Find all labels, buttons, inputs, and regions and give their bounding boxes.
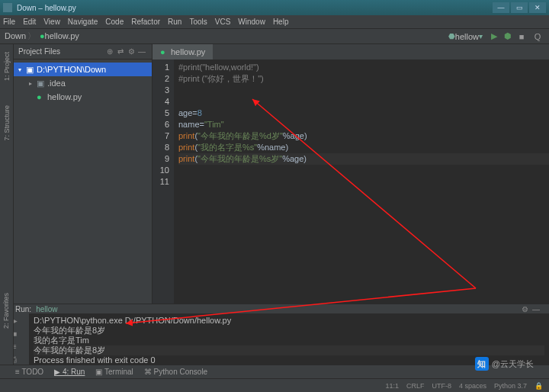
run-config-selector[interactable]: ⬣ hellow ▾: [448, 32, 483, 41]
status-position[interactable]: 11:1: [385, 382, 399, 390]
menu-navigate[interactable]: Navigate: [68, 18, 98, 26]
title-bar: Down – hellow.py — ▭ ✕: [0, 0, 549, 15]
sidebar-tab-project[interactable]: 1: Project: [3, 47, 11, 85]
menu-view[interactable]: View: [43, 18, 60, 26]
tool-python-console[interactable]: ⌘ Python Console: [144, 368, 207, 376]
watermark: 知 @云天学长: [475, 357, 534, 371]
locate-icon[interactable]: ⊕: [104, 47, 115, 56]
run-config-name: hellow: [36, 305, 57, 313]
tool-todo[interactable]: ≡ TODO: [15, 368, 43, 376]
menu-file[interactable]: File: [3, 18, 15, 26]
menu-run[interactable]: Run: [168, 18, 181, 26]
tree-folder-idea[interactable]: ▸▣ .idea: [14, 76, 152, 90]
zhihu-logo-icon: 知: [475, 357, 489, 371]
menu-edit[interactable]: Edit: [23, 18, 36, 26]
menu-refactor[interactable]: Refactor: [131, 18, 160, 26]
left-tool-gutter: 1: Project 7: Structure: [0, 44, 14, 304]
status-line-sep[interactable]: CRLF: [406, 382, 425, 390]
tree-file-hellow[interactable]: ● hellow.py: [14, 90, 152, 104]
stop-button[interactable]: ■: [515, 31, 528, 43]
search-icon[interactable]: Q: [531, 31, 544, 43]
menu-bar: File Edit View Navigate Code Refactor Ru…: [0, 15, 549, 29]
minimize-button[interactable]: —: [493, 2, 509, 13]
hide-icon[interactable]: —: [136, 47, 147, 56]
run-button[interactable]: ▶: [488, 31, 500, 43]
run-gear-icon[interactable]: ⚙: [522, 305, 532, 313]
sidebar-tab-structure[interactable]: 7: Structure: [3, 101, 11, 146]
menu-window[interactable]: Window: [238, 18, 265, 26]
window-title: Down – hellow.py: [17, 4, 493, 12]
app-logo-icon: [3, 3, 12, 12]
code-editor[interactable]: 1234567891011 #print("hellow,world!") #p…: [152, 59, 549, 304]
run-label: Run:: [15, 305, 31, 313]
close-button[interactable]: ✕: [529, 2, 546, 13]
line-gutter: 1234567891011: [152, 59, 174, 304]
tool-run[interactable]: ▶ 4: Run: [54, 368, 85, 376]
editor-area: ●hellow.py 1234567891011 #print("hellow,…: [152, 44, 549, 304]
navigation-bar: Down〉 ●hellow.py ⬣ hellow ▾ ▶ ⬢ ■ Q: [0, 29, 549, 44]
run-hide-icon[interactable]: —: [532, 305, 543, 313]
sidebar-tab-favorites[interactable]: 2: Favorites: [0, 288, 12, 333]
menu-help[interactable]: Help: [273, 18, 289, 26]
project-pane-title[interactable]: Project Files: [18, 47, 104, 56]
lock-icon[interactable]: 🔒: [535, 382, 543, 390]
status-indent[interactable]: 4 spaces: [459, 382, 486, 390]
maximize-button[interactable]: ▭: [511, 2, 528, 13]
status-interpreter[interactable]: Python 3.7: [494, 382, 527, 390]
gear-icon[interactable]: ⚙: [126, 47, 136, 56]
breadcrumb[interactable]: Down〉 ●hellow.py: [5, 31, 79, 42]
tool-terminal[interactable]: ▣ Terminal: [95, 368, 133, 376]
status-bar: 11:1 CRLF UTF-8 4 spaces Python 3.7 🔒: [0, 378, 549, 392]
menu-tools[interactable]: Tools: [189, 18, 207, 26]
status-encoding[interactable]: UTF-8: [432, 382, 451, 390]
menu-vcs[interactable]: VCS: [215, 18, 231, 26]
project-pane: Project Files ⊕ ⇄ ⚙ — ▾▣ D:\PYTHON\Down …: [14, 44, 152, 304]
bottom-toolbar: ≡ TODO ▶ 4: Run ▣ Terminal ⌘ Python Cons…: [0, 365, 549, 378]
debug-button[interactable]: ⬢: [502, 31, 514, 43]
editor-tab-hellow[interactable]: ●hellow.py: [152, 44, 213, 59]
menu-code[interactable]: Code: [105, 18, 124, 26]
tree-root[interactable]: ▾▣ D:\PYTHON\Down: [14, 63, 152, 76]
collapse-icon[interactable]: ⇄: [115, 47, 126, 56]
project-tree: ▾▣ D:\PYTHON\Down ▸▣ .idea ● hellow.py: [14, 59, 152, 107]
